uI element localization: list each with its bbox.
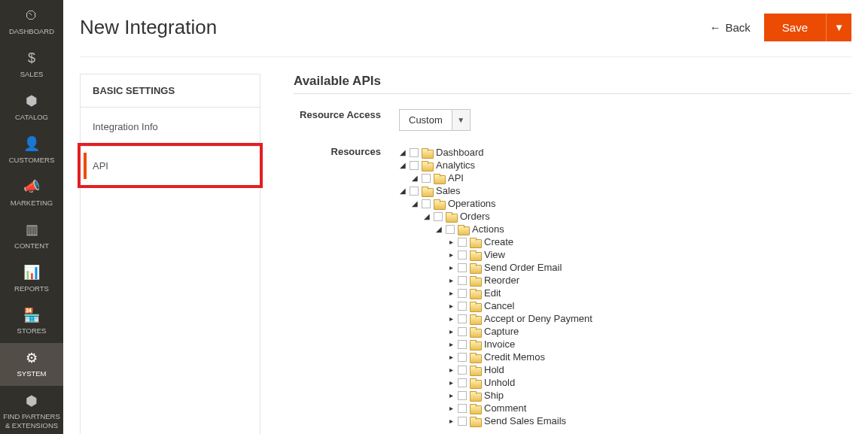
tree-toggle-open-icon[interactable]: ◢ — [423, 211, 431, 223]
tree-node[interactable]: ▸View — [447, 249, 592, 261]
tree-checkbox[interactable] — [458, 302, 467, 311]
sidebar-item-customers[interactable]: 👤CUSTOMERS — [0, 129, 63, 171]
tree-node[interactable]: ▸Edit — [447, 287, 592, 299]
folder-icon — [470, 327, 480, 336]
tree-toggle-closed-icon[interactable]: ▸ — [447, 313, 455, 325]
tree-checkbox[interactable] — [458, 417, 467, 426]
tree-checkbox[interactable] — [458, 289, 467, 298]
tree-node[interactable]: ◢Analytics — [399, 159, 592, 171]
tree-node[interactable]: ▸Send Sales Emails — [447, 415, 592, 427]
tree-checkbox[interactable] — [458, 391, 467, 400]
back-button[interactable]: ← Back — [709, 21, 750, 34]
tree-toggle-closed-icon[interactable]: ▸ — [447, 364, 455, 376]
tree-checkbox[interactable] — [458, 263, 467, 272]
tree-node-label: Send Sales Emails — [484, 415, 566, 427]
folder-icon — [470, 276, 480, 285]
tree-checkbox[interactable] — [434, 212, 443, 221]
tree-node[interactable]: ◢Sales — [399, 185, 592, 197]
tree-node-label: Credit Memos — [484, 351, 545, 363]
tree-node[interactable]: ◢Actions — [435, 223, 592, 235]
sidebar-item-catalog[interactable]: ⬢CATALOG — [0, 86, 63, 129]
tree-node-label: API — [448, 172, 464, 184]
tree-toggle-open-icon[interactable]: ◢ — [411, 198, 419, 210]
sales-icon: $ — [28, 50, 35, 67]
tree-node[interactable]: ▸Accept or Deny Payment — [447, 313, 592, 325]
tree-node[interactable]: ◢Dashboard — [399, 147, 592, 159]
sidebar-item-stores[interactable]: 🏪STORES — [0, 300, 63, 343]
settings-tab-api[interactable]: API — [81, 146, 260, 185]
sidebar-item-find-partners-extensions[interactable]: ⬢FIND PARTNERS & EXTENSIONS — [0, 386, 63, 434]
sidebar-item-sales[interactable]: $SALES — [0, 43, 63, 86]
tree-toggle-closed-icon[interactable]: ▸ — [447, 402, 455, 414]
tree-node[interactable]: ▸Reorder — [447, 275, 592, 287]
folder-icon — [458, 225, 468, 234]
sidebar-item-label: DASHBOARD — [9, 27, 54, 35]
tree-toggle-closed-icon[interactable]: ▸ — [447, 262, 455, 274]
tree-checkbox[interactable] — [458, 238, 467, 247]
tree-toggle-closed-icon[interactable]: ▸ — [447, 287, 455, 299]
tree-checkbox[interactable] — [458, 378, 467, 387]
tree-toggle-closed-icon[interactable]: ▸ — [447, 249, 455, 261]
tree-toggle-closed-icon[interactable]: ▸ — [447, 275, 455, 287]
content-columns: BASIC SETTINGS Integration InfoAPI Avail… — [80, 74, 851, 434]
tree-node[interactable]: ▸Send Order Email — [447, 262, 592, 274]
tree-node[interactable]: ▸Unhold — [447, 377, 592, 389]
tree-checkbox[interactable] — [410, 148, 419, 157]
tree-checkbox[interactable] — [422, 174, 431, 183]
tree-node-label: Reorder — [484, 275, 519, 287]
tree-checkbox[interactable] — [458, 366, 467, 375]
tree-checkbox[interactable] — [422, 199, 431, 208]
tree-node[interactable]: ▸Comment — [447, 402, 592, 414]
tree-toggle-open-icon[interactable]: ◢ — [435, 223, 443, 235]
tree-toggle-closed-icon[interactable]: ▸ — [447, 390, 455, 402]
tree-toggle-closed-icon[interactable]: ▸ — [447, 338, 455, 351]
tree-toggle-closed-icon[interactable]: ▸ — [447, 351, 455, 363]
tree-node[interactable]: ◢API — [411, 172, 592, 184]
tree-node[interactable]: ▸Invoice — [447, 338, 592, 351]
tree-checkbox[interactable] — [458, 327, 467, 336]
tree-node[interactable]: ▸Ship — [447, 390, 592, 402]
tree-checkbox[interactable] — [458, 404, 467, 413]
tree-node[interactable]: ▸Hold — [447, 364, 592, 376]
tree-node[interactable]: ▸Cancel — [447, 300, 592, 312]
resource-access-select[interactable]: Custom ▼ — [399, 109, 471, 131]
sidebar-item-label: SYSTEM — [17, 369, 46, 378]
sidebar-item-label: FIND PARTNERS & EXTENSIONS — [2, 412, 62, 429]
tree-checkbox[interactable] — [458, 353, 467, 362]
tree-node[interactable]: ▸Capture — [447, 326, 592, 338]
save-dropdown-toggle[interactable]: ▼ — [826, 14, 851, 41]
sidebar-item-marketing[interactable]: 📣MARKETING — [0, 171, 63, 214]
tree-toggle-closed-icon[interactable]: ▸ — [447, 236, 455, 248]
tree-checkbox[interactable] — [458, 340, 467, 349]
tree-toggle-open-icon[interactable]: ◢ — [399, 159, 407, 171]
tree-checkbox[interactable] — [458, 314, 467, 323]
sidebar-item-content[interactable]: ▥CONTENT — [0, 214, 63, 257]
tree-toggle-open-icon[interactable]: ◢ — [399, 147, 407, 159]
tree-toggle-closed-icon[interactable]: ▸ — [447, 377, 455, 389]
folder-icon — [470, 314, 480, 323]
tree-node[interactable]: ▸Credit Memos — [447, 351, 592, 363]
save-button[interactable]: Save — [764, 14, 826, 41]
tree-toggle-open-icon[interactable]: ◢ — [399, 185, 407, 197]
tree-checkbox[interactable] — [410, 161, 419, 170]
tree-checkbox[interactable] — [410, 187, 419, 196]
tree-checkbox[interactable] — [446, 225, 455, 234]
tree-toggle-closed-icon[interactable]: ▸ — [447, 326, 455, 338]
sidebar-item-label: CUSTOMERS — [9, 156, 55, 164]
tree-node-label: Comment — [484, 402, 526, 414]
tree-node[interactable]: ▸Create — [447, 236, 592, 248]
tree-toggle-closed-icon[interactable]: ▸ — [447, 415, 455, 427]
tree-checkbox[interactable] — [458, 250, 467, 259]
catalog-icon: ⬢ — [26, 93, 38, 110]
sidebar-item-label: SALES — [20, 70, 44, 78]
tree-checkbox[interactable] — [458, 276, 467, 285]
tree-node[interactable]: ◢Operations — [411, 198, 592, 210]
sidebar-item-reports[interactable]: 📊REPORTS — [0, 257, 63, 300]
tree-toggle-closed-icon[interactable]: ▸ — [447, 300, 455, 312]
sidebar-item-system[interactable]: ⚙SYSTEM — [0, 343, 63, 386]
tree-node-label: Send Order Email — [484, 262, 562, 274]
settings-tab-integration-info[interactable]: Integration Info — [81, 108, 260, 146]
tree-node[interactable]: ◢Orders — [423, 211, 592, 223]
tree-toggle-open-icon[interactable]: ◢ — [411, 172, 419, 184]
sidebar-item-dashboard[interactable]: ⏲DASHBOARD — [0, 0, 63, 43]
